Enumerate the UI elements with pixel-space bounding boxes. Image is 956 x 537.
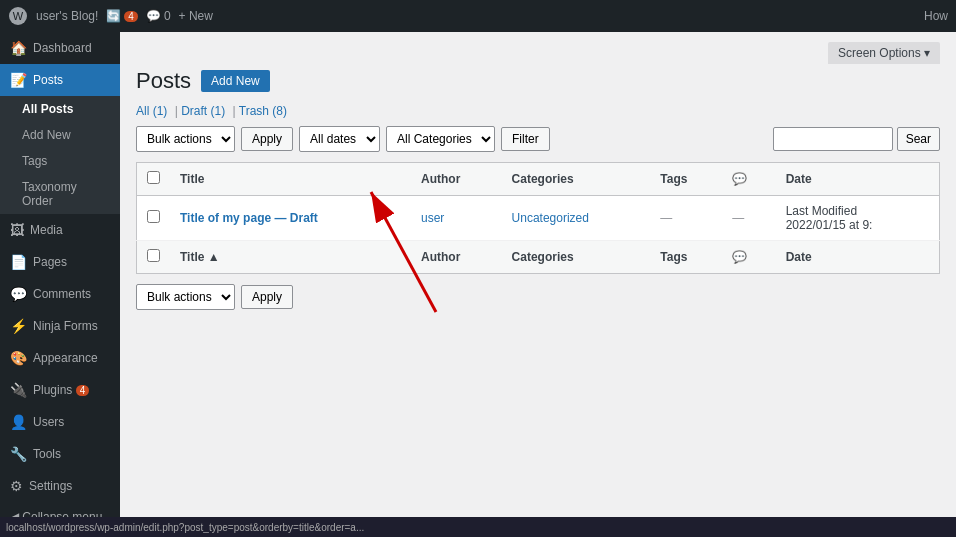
dashboard-icon: 🏠 (10, 40, 27, 56)
updates-count: 4 (124, 11, 138, 22)
sidebar-item-dashboard[interactable]: 🏠 Dashboard (0, 32, 120, 64)
collapse-menu-btn[interactable]: ◀ Collapse menu (0, 502, 120, 517)
updates-icon: 🔄 (106, 9, 121, 23)
table-header-row: Title Author Categories Tags 💬 Date (137, 163, 940, 196)
submenu-tags[interactable]: Tags (0, 148, 120, 174)
media-icon: 🖼 (10, 222, 24, 238)
tags-column-header: Tags (650, 163, 722, 196)
search-btn[interactable]: Sear (897, 127, 940, 151)
page-header: Posts Add New (136, 68, 940, 94)
footer-comments-header: 💬 (722, 241, 775, 274)
select-all-checkbox-header (137, 163, 171, 196)
sidebar-item-tools[interactable]: 🔧 Tools (0, 438, 120, 470)
category-link[interactable]: Uncategorized (512, 211, 589, 225)
apply-btn[interactable]: Apply (241, 127, 293, 151)
comments-nav-icon: 💬 (10, 286, 27, 302)
sidebar-item-label: Media (30, 223, 63, 237)
sidebar-item-label: Comments (33, 287, 91, 301)
posts-icon: 📝 (10, 72, 27, 88)
filter-links: All (1) | Draft (1) | Trash (8) (136, 104, 940, 118)
comments-item[interactable]: 💬 0 (146, 9, 171, 23)
title-sort-link[interactable]: Title (180, 172, 204, 186)
bottom-filter-row: Bulk actions Apply (136, 284, 940, 310)
wp-logo[interactable]: W (8, 6, 28, 26)
row-title-cell: Title of my page — Draft (170, 196, 411, 241)
updates-item[interactable]: 🔄 4 (106, 9, 138, 23)
select-all-checkbox[interactable] (147, 171, 160, 184)
submenu-add-new[interactable]: Add New (0, 122, 120, 148)
table-footer-row: Title ▲ Author Categories Tags 💬 Date (137, 241, 940, 274)
sidebar-item-label: Appearance (33, 351, 98, 365)
date-value: 2022/01/15 at 9: (786, 218, 873, 232)
bottom-bulk-actions-select[interactable]: Bulk actions (136, 284, 235, 310)
row-checkbox-cell (137, 196, 171, 241)
row-date-cell: Last Modified 2022/01/15 at 9: (776, 196, 940, 241)
date-label: Last Modified (786, 204, 857, 218)
sidebar-item-label: Settings (29, 479, 72, 493)
sidebar-item-posts[interactable]: 📝 Posts (0, 64, 120, 96)
sidebar-item-ninja-forms[interactable]: ⚡ Ninja Forms (0, 310, 120, 342)
sidebar-item-pages[interactable]: 📄 Pages (0, 246, 120, 278)
table-row: Title of my page — Draft user Uncategori… (137, 196, 940, 241)
users-icon: 👤 (10, 414, 27, 430)
sidebar: 🏠 Dashboard 📝 Posts All Posts Add New Ta… (0, 32, 120, 517)
comments-column-header: 💬 (722, 163, 775, 196)
sidebar-item-users[interactable]: 👤 Users (0, 406, 120, 438)
tools-icon: 🔧 (10, 446, 27, 462)
footer-select-all[interactable] (147, 249, 160, 262)
sidebar-item-media[interactable]: 🖼 Media (0, 214, 120, 246)
sidebar-item-plugins[interactable]: 🔌 Plugins 4 (0, 374, 120, 406)
comments-icon: 💬 (146, 9, 161, 23)
footer-title-header[interactable]: Title ▲ (170, 241, 411, 274)
plugins-icon: 🔌 (10, 382, 27, 398)
sidebar-item-label: Posts (33, 73, 63, 87)
post-title-link[interactable]: Title of my page — Draft (180, 211, 318, 225)
row-author-cell: user (411, 196, 502, 241)
categories-column-header: Categories (502, 163, 651, 196)
admin-bar: W user's Blog! 🔄 4 💬 0 + New How (0, 0, 956, 32)
sidebar-item-label: Pages (33, 255, 67, 269)
filter-btn[interactable]: Filter (501, 127, 550, 151)
footer-title-sort-link[interactable]: Title ▲ (180, 250, 220, 264)
author-column-header: Author (411, 163, 502, 196)
bottom-apply-btn[interactable]: Apply (241, 285, 293, 309)
tags-value: — (660, 211, 672, 225)
date-filter-select[interactable]: All dates (299, 126, 380, 152)
add-new-btn[interactable]: Add New (201, 70, 270, 92)
pages-icon: 📄 (10, 254, 27, 270)
sidebar-item-label: Dashboard (33, 41, 92, 55)
author-link[interactable]: user (421, 211, 444, 225)
sidebar-item-comments[interactable]: 💬 Comments (0, 278, 120, 310)
posts-table: Title Author Categories Tags 💬 Date (136, 162, 940, 274)
sidebar-item-label: Ninja Forms (33, 319, 98, 333)
svg-text:W: W (13, 10, 24, 22)
posts-submenu: All Posts Add New Tags Taxonomy Order (0, 96, 120, 214)
submenu-all-posts[interactable]: All Posts (0, 96, 120, 122)
sidebar-item-appearance[interactable]: 🎨 Appearance (0, 342, 120, 374)
submenu-taxonomy-order[interactable]: Taxonomy Order (0, 174, 120, 214)
trash-filter-link[interactable]: Trash (8) (239, 104, 287, 118)
search-box: Sear (773, 127, 940, 151)
sidebar-item-label: Users (33, 415, 64, 429)
row-tags-cell: — (650, 196, 722, 241)
settings-icon: ⚙ (10, 478, 23, 494)
footer-date-header: Date (776, 241, 940, 274)
collapse-icon: ◀ (10, 510, 19, 517)
sidebar-item-settings[interactable]: ⚙ Settings (0, 470, 120, 502)
row-checkbox[interactable] (147, 210, 160, 223)
footer-checkbox-header (137, 241, 171, 274)
all-filter-link[interactable]: All (1) (136, 104, 167, 118)
howdy-label: How (924, 9, 948, 23)
bulk-actions-select[interactable]: Bulk actions (136, 126, 235, 152)
page-title: Posts (136, 68, 191, 94)
draft-filter-link[interactable]: Draft (1) (181, 104, 225, 118)
category-filter-select[interactable]: All Categories (386, 126, 495, 152)
sidebar-item-label: Tools (33, 447, 61, 461)
ninja-forms-icon: ⚡ (10, 318, 27, 334)
site-name[interactable]: user's Blog! (36, 9, 98, 23)
sidebar-item-label: Plugins 4 (33, 383, 89, 397)
screen-options-btn[interactable]: Screen Options ▾ (828, 42, 940, 64)
search-input[interactable] (773, 127, 893, 151)
title-column-header[interactable]: Title (170, 163, 411, 196)
new-content-btn[interactable]: + New (179, 9, 213, 23)
